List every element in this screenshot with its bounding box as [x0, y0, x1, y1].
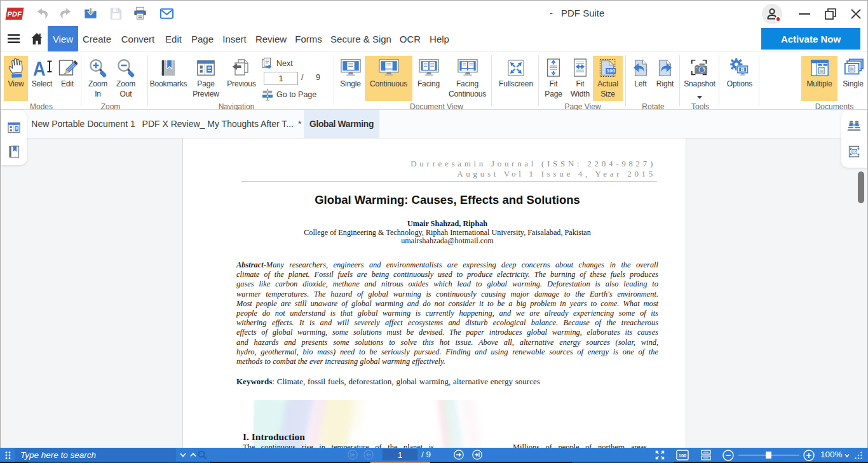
document-tabbar: New Portable Document 1 PDF X Review_ My… — [1, 110, 867, 138]
mode-edit-button[interactable]: Edit — [55, 56, 79, 101]
paper-abstract: Abstract-Many researchers, engineers and… — [236, 260, 658, 366]
menu-review[interactable]: Review — [251, 26, 291, 51]
next-page-icon — [261, 57, 274, 70]
modified-indicator: * — [298, 119, 301, 129]
menu-page[interactable]: Page — [187, 26, 218, 51]
next-page-nav-button[interactable] — [454, 450, 464, 460]
open-file-icon[interactable] — [83, 6, 98, 21]
pdf-suite-logo-icon: PDF — [5, 8, 24, 20]
account-avatar[interactable] — [762, 4, 787, 25]
menu-view[interactable]: View — [48, 26, 78, 51]
zoom-out-slider-button[interactable] — [722, 450, 734, 461]
doc-tab-2[interactable]: PDF X Review_ My Thoughts After T...* — [140, 110, 304, 138]
svg-text:100: 100 — [679, 453, 687, 459]
zoom-in-slider-button[interactable] — [803, 450, 815, 461]
minimize-button[interactable] — [798, 8, 811, 20]
previous-page-button[interactable]: Previous — [224, 56, 259, 101]
rotate-right-button[interactable]: Right — [655, 56, 675, 101]
search-binoculars-icon[interactable] — [847, 120, 861, 134]
mode-view-button[interactable]: View — [4, 56, 28, 101]
view-facing-button[interactable]: Facing — [414, 56, 444, 101]
next-page-button[interactable]: Next — [260, 57, 293, 70]
menubar: View Create Convert Edit Page Insert Rev… — [1, 26, 867, 51]
mode-select-button[interactable]: A Select — [30, 56, 54, 101]
paper-authors: Umair Shahzad, Riphah College of Enginee… — [236, 220, 658, 246]
goto-page-cluster: Next 1 / 9 Go to Page — [260, 56, 331, 101]
paper-keywords: Keywords: Climate, fossil fuels, defores… — [236, 377, 540, 387]
options-button[interactable]: Options — [722, 56, 757, 101]
section-heading: I. Introduction — [243, 431, 305, 443]
menu-convert[interactable]: Convert — [116, 26, 160, 51]
doc-tab-1[interactable]: New Portable Document 1 — [27, 110, 140, 138]
fullscreen-button[interactable]: Fullscreen — [494, 56, 538, 101]
save-icon[interactable] — [109, 6, 123, 21]
menu-ocr[interactable]: OCR — [396, 26, 424, 51]
previous-page-nav-button[interactable] — [363, 450, 374, 460]
titlebar: PDF — [1, 1, 867, 26]
menu-forms[interactable]: Forms — [291, 26, 326, 51]
actual-size-button[interactable]: 100 Actual Size — [593, 56, 623, 101]
snapshot-button[interactable]: Snapshot — [682, 56, 717, 101]
last-page-button[interactable] — [472, 450, 482, 460]
close-button[interactable] — [850, 8, 862, 20]
zoom-slider-thumb[interactable] — [766, 452, 771, 459]
bookmarks-panel-icon[interactable] — [7, 145, 21, 159]
fullscreen-icon — [506, 57, 526, 79]
menu-secure-sign[interactable]: Secure & Sign — [326, 26, 396, 51]
search-previous-chevron-icon[interactable] — [189, 450, 198, 459]
documents-single-button[interactable]: Single — [840, 56, 866, 101]
zoom-out-button[interactable]: Zoom Out — [111, 56, 140, 101]
search-placeholder: Type here to search — [20, 450, 96, 460]
actual-size-toggle-icon[interactable]: 100 — [676, 450, 689, 460]
zoom-in-button[interactable]: Zoom In — [85, 56, 111, 101]
svg-text:A: A — [33, 58, 46, 78]
resize-grip-icon[interactable] — [854, 451, 863, 460]
print-icon[interactable] — [133, 6, 147, 21]
fit-page-button[interactable]: Fit Page — [540, 56, 567, 101]
page-preview-panel-icon[interactable] — [7, 121, 21, 135]
goto-page-input[interactable]: 1 — [264, 72, 298, 85]
fit-width-button[interactable]: Fit Width — [566, 56, 594, 101]
page-preview-button[interactable]: Page Preview — [187, 56, 224, 101]
redo-icon[interactable] — [59, 6, 74, 21]
search-input[interactable]: Type here to search — [15, 448, 176, 462]
first-page-button[interactable] — [348, 450, 358, 460]
app-window: PDF — [0, 0, 868, 463]
menu-help[interactable]: Help — [424, 26, 454, 51]
snapshot-dropdown-caret — [697, 96, 702, 99]
fullscreen-toggle-icon[interactable] — [654, 450, 665, 460]
undo-icon[interactable] — [34, 6, 49, 21]
fit-page-icon — [545, 57, 562, 79]
single-view-icon — [339, 57, 363, 79]
continuous-view-icon — [377, 57, 401, 79]
activate-now-button[interactable]: Activate Now — [761, 28, 860, 50]
menu-create[interactable]: Create — [78, 26, 116, 51]
ribbon: View A Select — [1, 51, 867, 110]
search-magnifier-icon[interactable] — [197, 450, 208, 460]
rotate-left-button[interactable]: Left — [631, 56, 650, 101]
home-icon[interactable] — [31, 32, 43, 45]
maximize-button[interactable] — [824, 8, 837, 20]
search-next-chevron-icon[interactable] — [179, 450, 187, 459]
email-icon[interactable] — [159, 6, 174, 21]
menu-insert[interactable]: Insert — [218, 26, 251, 51]
view-continuous-button[interactable]: Continuous — [365, 56, 412, 101]
menu-edit[interactable]: Edit — [160, 26, 187, 51]
stamp-tool-icon[interactable] — [847, 144, 861, 158]
documents-multiple-button[interactable]: Multiple — [801, 56, 837, 101]
search-drag-handle-icon[interactable] — [4, 451, 13, 460]
goto-page-button[interactable]: Go to Page — [260, 88, 316, 101]
statusbar-page-input[interactable]: 1 — [383, 449, 417, 460]
svg-text:100: 100 — [606, 68, 615, 74]
vertical-scrollbar-thumb[interactable] — [858, 171, 864, 203]
bookmarks-button[interactable]: Bookmarks — [151, 56, 186, 101]
continuous-pages-toggle-icon[interactable] — [700, 450, 712, 460]
zoom-level-caret-icon[interactable] — [843, 451, 851, 460]
hamburger-menu-icon[interactable] — [8, 34, 20, 44]
journal-header: Durreesamin Journal (ISSN: 2204-9827)Aug… — [410, 159, 656, 179]
view-facing-continuous-button[interactable]: Facing Continuous — [445, 56, 490, 101]
notification-badge — [775, 16, 782, 22]
view-single-button[interactable]: Single — [336, 56, 365, 101]
statusbar: Type here to search 1 / 9 — [0, 448, 868, 463]
doc-tab-3-active[interactable]: Global Warming — [304, 110, 379, 138]
